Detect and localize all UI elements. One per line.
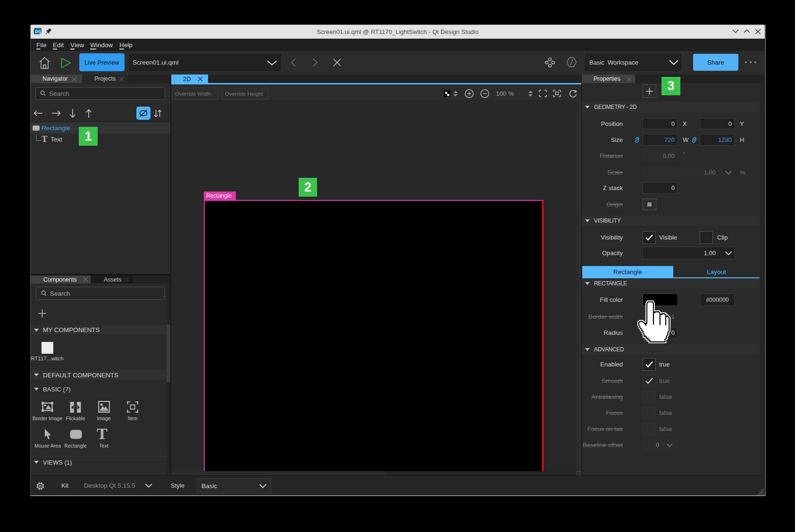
svg-text:DS: DS bbox=[35, 29, 41, 34]
